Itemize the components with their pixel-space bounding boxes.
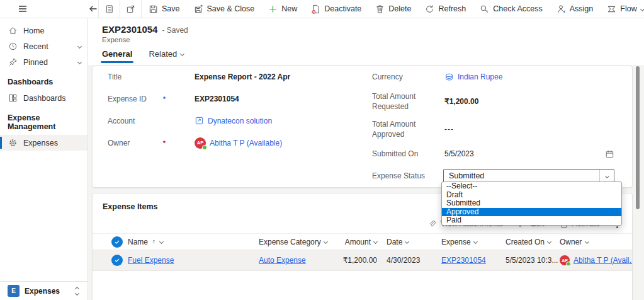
row-expense-link[interactable]: EXP2301054 — [441, 256, 486, 265]
tab-related-label: Related — [149, 49, 177, 59]
sidebar: Home Recent Pinned Dashboards Dashboards — [0, 18, 88, 300]
refresh-label: Refresh — [438, 4, 466, 13]
sidebar-item-recent[interactable]: Recent — [0, 38, 88, 54]
row-name-link[interactable]: Fuel Expense — [128, 256, 174, 265]
field-owner: Owner * AP Abitha T P (Available) — [108, 132, 366, 154]
deactivate-label: Deactivate — [324, 4, 361, 13]
new-label: New — [281, 4, 297, 13]
sort-ascending-icon — [151, 238, 157, 245]
row-owner-link[interactable]: Abitha T P (Avail... — [573, 256, 632, 265]
form-tabs: General Related — [102, 49, 644, 64]
refresh-icon — [425, 4, 434, 14]
column-header-expense[interactable]: Expense — [441, 238, 506, 246]
home-icon — [8, 26, 18, 35]
sidebar-item-dashboards[interactable]: Dashboards — [0, 90, 88, 106]
field-value-submitted-on[interactable]: 5/5/2023 — [444, 149, 474, 158]
flow-label: Flow — [620, 4, 636, 13]
dropdown-option-submitted[interactable]: Submitted — [442, 199, 621, 208]
column-header-owner[interactable]: Owner — [560, 238, 632, 246]
field-label: Submitted On — [372, 149, 435, 159]
assign-label: Assign — [570, 4, 594, 13]
general-section-card: Title Expense Report - 2022 Apr Expense … — [92, 66, 633, 188]
row-created-on: 5/5/2023 10:3... — [506, 256, 560, 265]
table-row[interactable]: Fuel Expense Auto Expense ₹1,200.00 4/30… — [93, 250, 632, 271]
field-expense-id: Expense ID * EXP2301054 — [108, 88, 366, 110]
field-total-approved: Total Amount Approved --- — [372, 115, 614, 143]
column-header-created-on[interactable]: Created On — [506, 238, 560, 246]
sidebar-item-home[interactable]: Home — [0, 23, 88, 38]
chevron-down-icon — [473, 239, 478, 244]
field-label: Owner — [108, 139, 163, 147]
plus-icon — [268, 4, 278, 14]
assign-button[interactable]: Assign — [550, 0, 601, 18]
currency-link[interactable]: Indian Rupee — [458, 72, 502, 81]
save-button[interactable]: Save — [142, 0, 187, 18]
field-label: Account — [108, 117, 163, 125]
sidebar-group-expense-management: Expense Management — [0, 106, 88, 135]
back-icon[interactable] — [88, 0, 98, 18]
save-and-close-button[interactable]: Save & Close — [187, 0, 262, 18]
delete-label: Delete — [388, 4, 411, 13]
form-selector-icon[interactable] — [99, 0, 120, 18]
account-link[interactable]: Dynatecon solution — [208, 117, 272, 125]
page-title: EXP2301054 — [102, 24, 157, 35]
row-category-link[interactable]: Auto Expense — [259, 256, 306, 265]
vertical-scrollbar[interactable] — [636, 66, 640, 209]
delete-button[interactable]: Delete — [368, 0, 418, 18]
field-title: Title Expense Report - 2022 Apr — [108, 66, 366, 88]
hamburger-menu-icon[interactable] — [18, 4, 28, 14]
sidebar-item-label: Dashboards — [23, 94, 65, 103]
field-submitted-on: Submitted On 5/5/2023 — [372, 143, 614, 164]
flow-button[interactable]: Flow — [600, 0, 644, 18]
area-switcher[interactable]: E Expenses — [0, 281, 88, 300]
tab-general[interactable]: General — [102, 49, 132, 63]
field-value-expense-id[interactable]: EXP2301054 — [195, 95, 239, 103]
save-status: - Saved — [162, 26, 188, 35]
field-label: Currency — [372, 72, 435, 82]
calendar-icon[interactable] — [605, 149, 614, 159]
sidebar-item-label: Recent — [23, 42, 48, 51]
area-switcher-label: Expenses — [25, 287, 71, 296]
presence-available-icon — [202, 145, 207, 150]
record-header: EXP2301054 - Saved Expense General Relat… — [88, 18, 644, 65]
sidebar-item-expenses[interactable]: Expenses — [0, 135, 88, 151]
field-label: Total Amount Approved — [372, 119, 435, 139]
top-command-bar: Save Save & Close New Deactivate Delete — [0, 0, 644, 18]
new-button[interactable]: New — [261, 0, 304, 18]
field-account: Account Dynatecon solution — [108, 110, 366, 132]
presence-available-icon — [566, 262, 571, 265]
expense-status-dropdown: --Select-- Draft Submitted Approved Paid — [441, 182, 622, 226]
dropdown-option-draft[interactable]: Draft — [442, 191, 621, 200]
check-access-button[interactable]: Check Access — [473, 0, 550, 18]
owner-link[interactable]: Abitha T P (Available) — [210, 139, 282, 147]
refresh-button[interactable]: Refresh — [418, 0, 473, 18]
attachment-icon — [428, 220, 436, 228]
pin-icon — [8, 57, 18, 67]
chevron-down-icon — [180, 52, 184, 56]
column-header-amount[interactable]: Amount — [342, 238, 387, 246]
column-header-date[interactable]: Date — [387, 238, 441, 246]
dropdown-option-select[interactable]: --Select-- — [442, 182, 621, 191]
recommended-marker: * — [163, 95, 195, 103]
dropdown-option-approved[interactable]: Approved — [442, 208, 621, 217]
deactivate-button[interactable]: Deactivate — [304, 0, 368, 18]
flow-icon — [607, 4, 616, 14]
sidebar-item-pinned[interactable]: Pinned — [0, 54, 88, 70]
row-checkbox[interactable] — [111, 255, 123, 266]
grid-header-row: Name Expense Category Amount Date — [93, 233, 632, 250]
field-total-requested: Total Amount Requested ₹1,200.00 — [372, 88, 614, 115]
chevron-down-icon — [640, 6, 644, 11]
select-all-checkbox[interactable] — [111, 236, 123, 248]
field-value-title[interactable]: Expense Report - 2022 Apr — [195, 72, 290, 81]
select-caret[interactable] — [599, 170, 614, 183]
popout-icon[interactable] — [120, 0, 142, 18]
sidebar-group-dashboards: Dashboards — [0, 70, 88, 90]
dropdown-option-paid[interactable]: Paid — [442, 216, 621, 225]
column-header-category[interactable]: Expense Category — [259, 238, 342, 246]
save-close-icon — [194, 4, 203, 14]
tab-related[interactable]: Related — [149, 49, 184, 63]
column-header-name[interactable]: Name — [128, 238, 259, 246]
chevron-down-icon — [547, 239, 551, 244]
delete-icon — [375, 4, 385, 14]
chevron-down-icon — [324, 239, 328, 244]
